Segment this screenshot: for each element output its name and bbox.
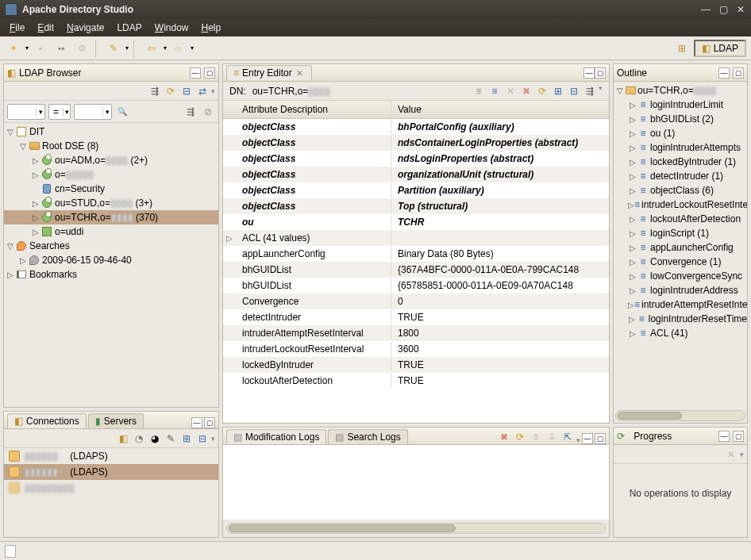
outline-item[interactable]: ▷≡loginScript (1): [614, 226, 747, 240]
close-connection-button[interactable]: ◕: [148, 432, 162, 446]
toggle-quickfilter-button[interactable]: ≡: [472, 84, 486, 98]
filter-mode-button[interactable]: [183, 105, 198, 119]
tree-node[interactable]: ▷2009-06-15 09-46-40: [4, 253, 218, 267]
menu-help[interactable]: Help: [196, 21, 225, 35]
tree-node[interactable]: cn=Security: [4, 182, 218, 196]
minimize-view-button[interactable]: —: [190, 67, 201, 79]
collapse-all-button[interactable]: [179, 84, 194, 98]
attr-row[interactable]: objectClassbhPortalConfig (auxiliary): [223, 119, 609, 135]
tree-node-bookmarks[interactable]: Bookmarks: [29, 269, 77, 280]
filter-search-button[interactable]: [115, 105, 129, 119]
connection-row[interactable]: ▮▮▮▮▮▮▮▮▮: [4, 480, 218, 496]
maximize-button[interactable]: ▢: [718, 4, 729, 15]
tree-node-selected[interactable]: ▷ou=TCHR,o=▮▮▮▮ (370): [4, 210, 218, 224]
newer-log-button[interactable]: [545, 430, 559, 444]
minimize-view-button[interactable]: —: [718, 67, 730, 79]
delete-all-button[interactable]: [519, 84, 533, 98]
remove-all-button[interactable]: [724, 447, 738, 462]
maximize-view-button[interactable]: ▢: [733, 431, 744, 442]
outline-item[interactable]: ▷≡Convergence (1): [614, 255, 747, 269]
col-header-val[interactable]: Value: [391, 101, 609, 118]
connections-list[interactable]: ▮▮▮▮▮▮ (LDAPS) ▮▮▮▮▮▮ (LDAPS) ▮▮▮▮▮▮▮▮▮: [4, 448, 218, 537]
outline-item[interactable]: ▷≡loginIntruderLimit: [614, 98, 747, 112]
logs-scrollbar[interactable]: [226, 523, 606, 534]
tab-entry-editor[interactable]: Entry Editor: [226, 65, 312, 80]
outline-tree[interactable]: ▽ou=TCHR,o=▮▮▮▮ ▷≡loginIntruderLimit▷≡bh…: [614, 82, 747, 408]
new-button[interactable]: [5, 40, 22, 57]
close-tab-button[interactable]: [295, 68, 305, 78]
wizard-button[interactable]: [105, 40, 122, 57]
save-button[interactable]: [32, 40, 49, 57]
new-connection-button[interactable]: [116, 432, 130, 446]
outline-item[interactable]: ▷≡intruderAttemptResetInterval: [614, 297, 747, 312]
clear-log-button[interactable]: [497, 430, 511, 444]
view-menu-button[interactable]: ▾: [599, 84, 603, 98]
refresh-log-button[interactable]: [513, 430, 527, 444]
open-connection-button[interactable]: ◔: [132, 432, 146, 446]
connection-row[interactable]: ▮▮▮▮▮▮ (LDAPS): [4, 448, 218, 464]
quick-filter-button[interactable]: [583, 84, 597, 98]
view-menu-button[interactable]: ▾: [576, 436, 580, 444]
collapse-all-button[interactable]: [567, 84, 581, 98]
outline-item[interactable]: ▷≡intruderLockoutResetInterval: [614, 198, 747, 212]
perspective-ldap[interactable]: LDAP: [694, 40, 746, 57]
outline-root[interactable]: ▽ou=TCHR,o=▮▮▮▮: [614, 83, 747, 98]
minimize-button[interactable]: —: [700, 4, 711, 15]
attr-row[interactable]: objectClassndsContainerLoginProperties (…: [223, 135, 609, 151]
save-all-button[interactable]: ▪▪: [52, 40, 70, 57]
minimize-view-button[interactable]: —: [718, 431, 730, 442]
outline-item[interactable]: ▷≡lockedByIntruder (1): [614, 155, 747, 169]
maximize-view-button[interactable]: ▢: [595, 67, 606, 79]
logs-body[interactable]: [223, 445, 609, 520]
filter-val-combo[interactable]: ▾: [74, 104, 112, 120]
filter-attr-combo[interactable]: ▾: [7, 104, 45, 120]
col-header-attr[interactable]: Attribute Description: [236, 101, 391, 118]
attr-row[interactable]: intruderLockoutResetInterval3600: [223, 341, 609, 357]
view-menu-button[interactable]: ▾: [740, 451, 744, 458]
tree-node[interactable]: ▷o=▮▮▮▮▮: [4, 167, 218, 182]
outline-item[interactable]: ▷≡lowConvergenceSync: [614, 269, 747, 283]
attr-row[interactable]: ouTCHR: [223, 214, 609, 230]
attr-row[interactable]: objectClassPartition (auxiliary): [223, 182, 609, 198]
menu-file[interactable]: File: [5, 21, 29, 35]
outline-item[interactable]: ▷≡detectIntruder (1): [614, 169, 747, 183]
tree-node[interactable]: ▷ou=ADM,o=▮▮▮▮ (2+): [4, 153, 218, 167]
maximize-view-button[interactable]: ▢: [733, 67, 744, 79]
attr-row[interactable]: intruderAttemptResetInterval1800: [223, 325, 609, 341]
collapse-button[interactable]: [195, 432, 210, 446]
attr-row[interactable]: objectClassndsLoginProperties (abstract): [223, 151, 609, 167]
tab-connections[interactable]: Connections: [7, 413, 87, 428]
outline-item[interactable]: ▷≡bhGUIDList (2): [614, 112, 747, 126]
reload-button[interactable]: [535, 84, 549, 98]
filter-op-combo[interactable]: ▾: [48, 104, 71, 120]
outline-scrollbar[interactable]: [615, 410, 745, 421]
maximize-view-button[interactable]: ▢: [595, 433, 606, 444]
tab-modification-logs[interactable]: Modification Logs: [226, 429, 326, 444]
filter-clear-button[interactable]: ⊘: [201, 105, 215, 119]
nav-back-button[interactable]: [143, 40, 160, 57]
outline-item[interactable]: ▷≡objectClass (6): [614, 183, 747, 198]
attr-row[interactable]: objectClassTop (structural): [223, 198, 609, 214]
attr-row[interactable]: ▷ACL (41 values): [223, 230, 609, 246]
nav-forward-button[interactable]: [170, 40, 187, 57]
outline-item[interactable]: ▷≡loginIntruderResetTime: [614, 312, 747, 326]
show-dit-button[interactable]: [148, 84, 162, 98]
attr-row[interactable]: appLauncherConfigBinary Data (80 Bytes): [223, 246, 609, 262]
minimize-view-button[interactable]: —: [582, 433, 593, 444]
tab-servers[interactable]: ▮Servers: [88, 413, 144, 428]
outline-item[interactable]: ▷≡ou (1): [614, 126, 747, 140]
outline-item[interactable]: ▷≡lockoutAfterDetection: [614, 212, 747, 226]
refresh-button[interactable]: [164, 84, 178, 98]
outline-item[interactable]: ▷≡loginIntruderAttempts: [614, 140, 747, 155]
menu-window[interactable]: Window: [150, 21, 194, 35]
menu-ldap[interactable]: LDAP: [112, 21, 146, 35]
older-log-button[interactable]: [529, 430, 543, 444]
attr-row[interactable]: lockoutAfterDetectionTRUE: [223, 373, 609, 389]
expand-all-button[interactable]: [551, 84, 565, 98]
attr-row[interactable]: detectIntruderTRUE: [223, 309, 609, 325]
outline-item[interactable]: ▷≡ACL (41): [614, 326, 747, 340]
outline-item[interactable]: ▷≡loginIntruderAddress: [614, 283, 747, 297]
tab-search-logs[interactable]: Search Logs: [328, 429, 407, 444]
outline-item[interactable]: ▷≡appLauncherConfig: [614, 240, 747, 255]
view-menu-button[interactable]: ▾: [211, 435, 215, 443]
